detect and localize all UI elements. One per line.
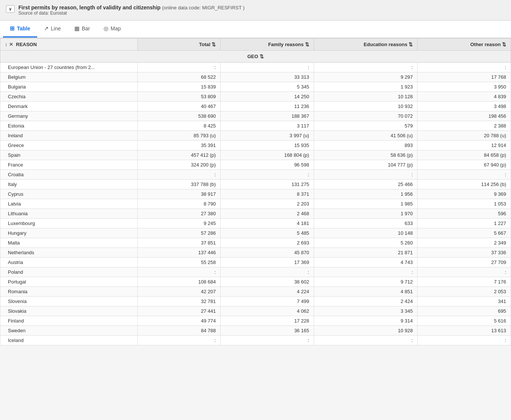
education-cell: 5 260 bbox=[314, 238, 417, 248]
map-icon: ◎ bbox=[104, 25, 108, 32]
table-row: Latvia8 7902 2031 9851 053 bbox=[0, 199, 511, 209]
total-cell: 37 851 bbox=[138, 238, 221, 248]
education-cell: 10 928 bbox=[314, 326, 417, 336]
collapse-button[interactable]: ∨ bbox=[6, 5, 15, 13]
family-cell: 7 499 bbox=[221, 297, 314, 306]
family-cell: 5 345 bbox=[221, 82, 314, 92]
country-cell: Poland bbox=[0, 267, 138, 277]
family-cell: : bbox=[221, 170, 314, 180]
family-cell: 45 870 bbox=[221, 248, 314, 258]
education-cell: 25 466 bbox=[314, 180, 417, 189]
tab-map[interactable]: ◎ Map bbox=[97, 21, 128, 38]
total-cell: 35 391 bbox=[138, 141, 221, 150]
total-cell: : bbox=[138, 336, 221, 345]
country-cell: Portugal bbox=[0, 277, 138, 287]
total-cell: 53 809 bbox=[138, 92, 221, 102]
family-cell: 15 935 bbox=[221, 141, 314, 150]
education-cell: 21 871 bbox=[314, 248, 417, 258]
country-cell: Slovenia bbox=[0, 297, 138, 306]
table-row: Ireland85 793 (u)3 997 (u)41 506 (u)20 7… bbox=[0, 131, 511, 141]
education-cell: 1 970 bbox=[314, 209, 417, 219]
country-cell: Belgium bbox=[0, 72, 138, 82]
total-cell: 85 793 (u) bbox=[138, 131, 221, 141]
col-header-total[interactable]: Total ⇅ bbox=[138, 39, 221, 51]
country-cell: Ireland bbox=[0, 131, 138, 141]
family-cell: 17 228 bbox=[221, 316, 314, 326]
tab-map-label: Map bbox=[111, 26, 121, 32]
table-row: European Union - 27 countries (from 2...… bbox=[0, 63, 511, 72]
other-cell: 20 788 (u) bbox=[418, 131, 511, 141]
table-row: Lithuania27 3802 4681 970596 bbox=[0, 209, 511, 219]
other-cell: : bbox=[418, 170, 511, 180]
total-cell: 108 684 bbox=[138, 277, 221, 287]
other-cell: 2 053 bbox=[418, 287, 511, 297]
table-row: Austria55 25817 3694 74327 709 bbox=[0, 258, 511, 267]
tab-bar[interactable]: ▦ Bar bbox=[68, 21, 97, 38]
education-cell: : bbox=[314, 336, 417, 345]
family-cell: 8 371 bbox=[221, 189, 314, 199]
col-header-education[interactable]: Education reasons ⇅ bbox=[314, 39, 417, 51]
other-cell: 341 bbox=[418, 297, 511, 306]
education-cell: 3 345 bbox=[314, 306, 417, 316]
table-row: Iceland:::: bbox=[0, 336, 511, 345]
education-cell: 10 932 bbox=[314, 102, 417, 111]
total-cell: 55 258 bbox=[138, 258, 221, 267]
other-cell: 37 336 bbox=[418, 248, 511, 258]
geo-subheader[interactable]: GEO ⇅ bbox=[0, 51, 511, 63]
total-cell: 8 425 bbox=[138, 121, 221, 131]
table-row: Slovakia27 4414 0623 345695 bbox=[0, 306, 511, 316]
other-cell: 13 613 bbox=[418, 326, 511, 336]
family-cell: 131 275 bbox=[221, 180, 314, 189]
family-cell: 14 250 bbox=[221, 92, 314, 102]
other-cell: 1 053 bbox=[418, 199, 511, 209]
table-row: Netherlands137 44645 87021 87137 336 bbox=[0, 248, 511, 258]
sort-button[interactable]: ↕ bbox=[5, 42, 8, 47]
education-cell: 9 297 bbox=[314, 72, 417, 82]
col-header-other[interactable]: Other reason ⇅ bbox=[418, 39, 511, 51]
bar-icon: ▦ bbox=[74, 25, 80, 32]
education-cell: 1 956 bbox=[314, 189, 417, 199]
table-row: Bulgaria15 8395 3451 9233 950 bbox=[0, 82, 511, 92]
education-cell: 10 128 bbox=[314, 92, 417, 102]
tab-line[interactable]: ↗ Line bbox=[37, 21, 68, 38]
family-cell: 4 224 bbox=[221, 287, 314, 297]
family-cell: 2 468 bbox=[221, 209, 314, 219]
source-label: Source of data: bbox=[18, 10, 49, 16]
family-cell: : bbox=[221, 63, 314, 72]
table-row: Cyprus38 9178 3711 9569 369 bbox=[0, 189, 511, 199]
country-cell: Malta bbox=[0, 238, 138, 248]
other-cell: 27 709 bbox=[418, 258, 511, 267]
total-cell: 137 446 bbox=[138, 248, 221, 258]
total-cell: 337 788 (b) bbox=[138, 180, 221, 189]
education-cell: 633 bbox=[314, 219, 417, 228]
total-cell: 9 245 bbox=[138, 219, 221, 228]
table-row: Hungary57 2865 48510 1485 667 bbox=[0, 228, 511, 238]
tab-table[interactable]: ⊞ Table bbox=[3, 21, 37, 38]
other-cell: 114 256 (b) bbox=[418, 180, 511, 189]
family-cell: 3 117 bbox=[221, 121, 314, 131]
total-cell: 457 412 (p) bbox=[138, 150, 221, 160]
clear-button[interactable]: ✕ bbox=[9, 42, 13, 47]
education-cell: 1 923 bbox=[314, 82, 417, 92]
education-cell: : bbox=[314, 63, 417, 72]
table-row: Slovenia32 7817 4992 424341 bbox=[0, 297, 511, 306]
total-cell: 8 790 bbox=[138, 199, 221, 209]
table-row: Greece35 39115 93589312 914 bbox=[0, 141, 511, 150]
country-cell: Latvia bbox=[0, 199, 138, 209]
total-cell: 32 781 bbox=[138, 297, 221, 306]
table-row: Denmark40 46711 23610 9323 498 bbox=[0, 102, 511, 111]
family-cell: 38 602 bbox=[221, 277, 314, 287]
country-cell: Hungary bbox=[0, 228, 138, 238]
total-cell: 27 441 bbox=[138, 306, 221, 316]
table-row: Poland:::: bbox=[0, 267, 511, 277]
other-cell: 84 658 (p) bbox=[418, 150, 511, 160]
other-cell: : bbox=[418, 267, 511, 277]
country-cell: Germany bbox=[0, 111, 138, 121]
other-cell: 12 914 bbox=[418, 141, 511, 150]
education-cell: 9 712 bbox=[314, 277, 417, 287]
other-cell: 596 bbox=[418, 209, 511, 219]
education-cell: : bbox=[314, 170, 417, 180]
country-cell: Croatia bbox=[0, 170, 138, 180]
col-header-family[interactable]: Family reasons ⇅ bbox=[221, 39, 314, 51]
family-cell: : bbox=[221, 336, 314, 345]
